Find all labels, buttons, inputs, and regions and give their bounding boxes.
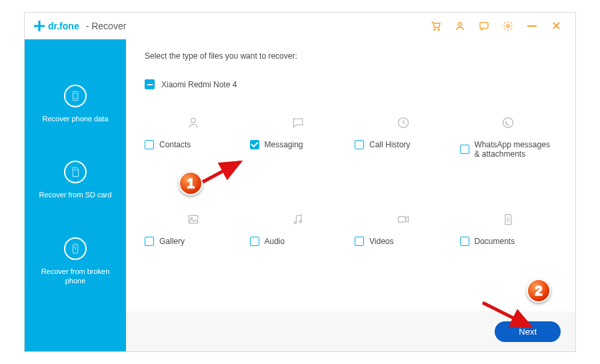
type-contacts: Contacts (145, 116, 242, 159)
type-checkbox-row[interactable]: Gallery (145, 237, 185, 246)
checkbox[interactable] (460, 145, 469, 154)
app-body: Recover phone data Recover from SD card … (25, 39, 575, 351)
close-button[interactable]: ✕ (546, 16, 566, 36)
sidebar-item-label: Recover from SD card (39, 190, 112, 199)
type-label: Contacts (159, 140, 191, 149)
svg-rect-10 (189, 215, 197, 223)
svg-rect-5 (73, 91, 78, 101)
type-checkbox-row[interactable]: Contacts (145, 140, 191, 149)
type-whatsapp: WhatsApp messages & attachments (460, 116, 557, 159)
next-button[interactable]: Next (495, 321, 561, 342)
svg-rect-14 (398, 217, 405, 222)
type-checkbox-row[interactable]: WhatsApp messages & attachments (460, 140, 555, 159)
whatsapp-icon (460, 116, 557, 129)
type-checkbox-row[interactable]: Messaging (250, 140, 303, 149)
contacts-icon (145, 116, 242, 129)
checkbox[interactable] (250, 140, 259, 149)
type-label: WhatsApp messages & attachments (475, 140, 555, 159)
type-label: Documents (475, 237, 515, 246)
checkbox[interactable] (355, 237, 364, 246)
video-icon (355, 213, 452, 226)
instruction-text: Select the type of files you want to rec… (145, 51, 557, 61)
messaging-icon (250, 116, 347, 129)
type-label: Call History (369, 140, 410, 149)
app-logo: dr.fone (34, 21, 79, 31)
type-label: Audio (265, 237, 285, 246)
sidebar-item-broken-phone[interactable]: Recover from broken phone (25, 237, 126, 286)
user-icon[interactable] (450, 16, 470, 36)
checkbox[interactable] (145, 237, 154, 246)
document-icon (460, 213, 557, 226)
audio-icon (250, 213, 347, 226)
type-videos: Videos (355, 213, 452, 246)
module-name: - Recover (86, 21, 127, 31)
type-audio: Audio (250, 213, 347, 246)
device-name: Xiaomi Redmi Note 4 (161, 80, 237, 89)
brand-text: dr.fone (48, 21, 79, 31)
sidebar-item-label: Recover phone data (42, 114, 108, 123)
minimize-button[interactable] (522, 16, 542, 36)
svg-point-1 (438, 29, 439, 30)
sidebar-item-label: Recover from broken phone (30, 267, 121, 286)
type-call-history: Call History (355, 116, 452, 159)
type-checkbox-row[interactable]: Videos (355, 237, 393, 246)
svg-point-0 (434, 29, 435, 30)
svg-point-13 (299, 220, 301, 222)
type-messaging: Messaging (250, 116, 347, 159)
file-type-grid: Contacts Messaging Call History WhatsApp… (145, 116, 557, 246)
clock-icon (355, 116, 452, 129)
annotation-badge-1: 1 (179, 171, 203, 195)
collapse-icon (145, 79, 155, 89)
type-checkbox-row[interactable]: Documents (460, 237, 515, 246)
svg-point-4 (507, 25, 509, 27)
app-window: dr.fone - Recover ✕ Recover phone data R… (24, 12, 576, 352)
type-label: Gallery (159, 237, 185, 246)
type-label: Messaging (265, 140, 303, 149)
checkbox[interactable] (250, 237, 259, 246)
gallery-icon (145, 213, 242, 226)
phone-refresh-icon (64, 85, 87, 107)
plus-icon (34, 21, 45, 31)
checkbox[interactable] (355, 140, 364, 149)
sidebar: Recover phone data Recover from SD card … (25, 39, 126, 351)
svg-point-12 (294, 221, 296, 223)
type-checkbox-row[interactable]: Call History (355, 140, 410, 149)
type-gallery: Gallery (145, 213, 242, 246)
footer-bar: Next (126, 311, 575, 351)
broken-phone-icon (64, 237, 87, 260)
gear-icon[interactable] (498, 16, 518, 36)
checkbox[interactable] (460, 237, 469, 246)
svg-rect-3 (480, 23, 488, 29)
type-checkbox-row[interactable]: Audio (250, 237, 285, 246)
type-label: Videos (369, 237, 393, 246)
device-row[interactable]: Xiaomi Redmi Note 4 (145, 79, 557, 89)
type-documents: Documents (460, 213, 557, 246)
sidebar-item-phone-data[interactable]: Recover phone data (25, 85, 126, 123)
cart-icon[interactable] (426, 16, 446, 36)
svg-point-2 (458, 23, 461, 26)
annotation-badge-2: 2 (527, 279, 551, 303)
svg-point-9 (503, 118, 513, 128)
sidebar-item-sd-card[interactable]: Recover from SD card (25, 161, 126, 199)
close-icon: ✕ (551, 19, 561, 33)
feedback-icon[interactable] (474, 16, 494, 36)
main-panel: Select the type of files you want to rec… (126, 39, 575, 351)
sd-card-icon (64, 161, 87, 183)
svg-point-7 (191, 118, 195, 123)
checkbox[interactable] (145, 140, 154, 149)
titlebar: dr.fone - Recover ✕ (25, 13, 575, 39)
